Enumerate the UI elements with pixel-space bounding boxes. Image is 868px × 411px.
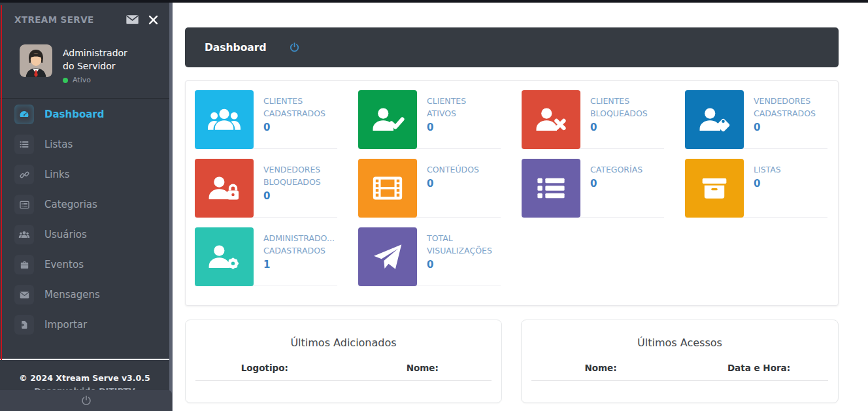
users-icon <box>14 225 34 244</box>
stat-label: ADMINISTRADO... CADASTRADOS <box>263 232 333 257</box>
sidebar-item-label: Importar <box>44 319 87 331</box>
stat-label: CLIENTES ATIVOS <box>427 95 497 120</box>
table-divider <box>531 380 828 381</box>
stat-label: VENDEDORES CADASTRADOS <box>754 95 824 120</box>
power-icon <box>80 395 92 406</box>
stats-panel: CLIENTES CADASTRADOS 0 CLIENTES ATIVOS 0 <box>185 80 839 306</box>
stat-value: 0 <box>427 122 497 133</box>
sidebar: XTREAM SERVE Admini <box>0 3 169 411</box>
user-check-icon <box>358 90 417 149</box>
sidebar-item-label: Eventos <box>44 259 84 271</box>
user-gear-icon <box>195 227 254 286</box>
stat-label: VENDEDORES BLOQUEADOS <box>263 163 333 188</box>
column-header-nome: Nome: <box>344 363 502 373</box>
sidebar-item-eventos[interactable]: Eventos <box>0 255 169 274</box>
brand-title: XTREAM SERVE <box>14 14 124 25</box>
list-icon <box>14 135 34 154</box>
last-added-panel: Últimos Adicionados Logotipo: Nome: <box>185 320 502 403</box>
sidebar-item-links[interactable]: Links <box>0 165 169 184</box>
stat-card-categorias[interactable]: CATEGORÍAS 0 <box>522 159 664 218</box>
file-import-icon <box>14 315 34 335</box>
list-icon <box>522 159 580 218</box>
column-header-logotipo: Logotipo: <box>186 363 344 373</box>
refresh-power-icon[interactable] <box>289 42 300 53</box>
sidebar-edge-strip <box>169 3 173 411</box>
stat-label: CLIENTES BLOQUEADOS <box>590 95 660 120</box>
stat-label: CLIENTES CADASTRADOS <box>263 95 333 120</box>
sidebar-item-label: Listas <box>44 139 73 150</box>
status-dot-icon <box>63 78 68 83</box>
status-label: Ativo <box>73 76 91 84</box>
sidebar-header: XTREAM SERVE <box>14 10 159 29</box>
sidebar-item-label: Categorias <box>44 199 97 210</box>
sidebar-separator <box>0 98 169 99</box>
stat-card-vendedores-bloqueados[interactable]: VENDEDORES BLOQUEADOS 0 <box>195 159 337 218</box>
stat-label: TOTAL VISUALIZAÇÕES <box>427 232 497 257</box>
user-info: Administrador do Servidor Ativo <box>63 44 141 84</box>
table-divider <box>195 380 492 381</box>
stat-value: 0 <box>263 122 333 133</box>
stat-card-vendedores-cadastrados[interactable]: VENDEDORES CADASTRADOS 0 <box>685 90 827 149</box>
paper-plane-icon <box>358 227 417 286</box>
briefcase-icon <box>14 255 34 274</box>
copyright-text: © 2024 Xtream Serve v3.0.5 <box>0 373 169 383</box>
user-lock-icon <box>195 159 254 218</box>
sidebar-item-importar[interactable]: Importar <box>0 315 169 335</box>
stat-value: 0 <box>263 190 333 202</box>
sidebar-footer-divider <box>0 359 169 360</box>
user-status: Ativo <box>63 76 141 84</box>
stat-label: CONTEÚDOS <box>427 163 497 176</box>
users-icon <box>195 90 254 149</box>
sidebar-menu: Dashboard Listas Links Categorias <box>0 105 169 345</box>
stat-card-listas[interactable]: LISTAS 0 <box>685 159 827 218</box>
stat-card-clientes-cadastrados[interactable]: CLIENTES CADASTRADOS 0 <box>195 90 337 149</box>
sidebar-item-label: Usuários <box>44 229 87 240</box>
stat-card-clientes-bloqueados[interactable]: CLIENTES BLOQUEADOS 0 <box>522 90 664 149</box>
stat-value: 0 <box>754 122 824 133</box>
sidebar-item-mensagens[interactable]: Mensagens <box>0 285 169 304</box>
panel-title: Últimos Acessos <box>522 320 838 349</box>
link-icon <box>14 165 34 184</box>
sidebar-item-usuarios[interactable]: Usuários <box>0 225 169 244</box>
panel-title: Últimos Adicionados <box>186 320 501 349</box>
stat-value: 0 <box>754 178 824 189</box>
stat-label: LISTAS <box>754 163 824 176</box>
user-x-icon <box>522 90 580 149</box>
film-icon <box>358 159 417 218</box>
last-access-panel: Últimos Acessos Nome: Data e Hora: <box>521 320 839 403</box>
stat-value: 0 <box>590 122 660 133</box>
sidebar-item-dashboard[interactable]: Dashboard <box>0 105 169 124</box>
stat-card-clientes-ativos[interactable]: CLIENTES ATIVOS 0 <box>358 90 501 149</box>
list-alt-icon <box>14 195 34 214</box>
stat-card-conteudos[interactable]: CONTEÚDOS 0 <box>358 159 501 218</box>
stat-value: 1 <box>263 259 333 271</box>
stat-value: 0 <box>590 178 660 189</box>
envelope-icon[interactable] <box>124 12 141 27</box>
logout-power-bar[interactable] <box>0 390 172 411</box>
stat-value: 0 <box>427 259 497 271</box>
page-header: Dashboard <box>185 27 839 67</box>
stat-card-administradores-cadastrados[interactable]: ADMINISTRADO... CADASTRADOS 1 <box>195 227 337 286</box>
avatar <box>20 44 52 77</box>
box-icon <box>685 159 744 218</box>
gauge-icon <box>14 105 34 124</box>
sidebar-item-label: Links <box>44 169 70 180</box>
xtream-serve-dashboard: XTREAM SERVE Admini <box>0 0 868 411</box>
user-name: Administrador do Servidor <box>63 46 141 73</box>
user-tag-icon <box>685 90 744 149</box>
close-icon[interactable] <box>147 14 159 26</box>
user-profile: Administrador do Servidor Ativo <box>20 44 141 84</box>
column-header-data-hora: Data e Hora: <box>680 363 838 373</box>
stat-card-total-visualizacoes[interactable]: TOTAL VISUALIZAÇÕES 0 <box>358 227 501 286</box>
stats-grid: CLIENTES CADASTRADOS 0 CLIENTES ATIVOS 0 <box>186 81 838 295</box>
column-header-nome: Nome: <box>522 363 680 373</box>
stat-label: CATEGORÍAS <box>590 163 660 176</box>
sidebar-item-label: Dashboard <box>44 108 104 120</box>
stat-value: 0 <box>427 178 497 189</box>
sidebar-item-label: Mensagens <box>44 289 100 301</box>
sidebar-scrollbar[interactable] <box>1 5 2 360</box>
envelope-icon <box>14 285 34 304</box>
sidebar-item-listas[interactable]: Listas <box>0 135 169 154</box>
page-title: Dashboard <box>205 42 267 54</box>
sidebar-item-categorias[interactable]: Categorias <box>0 195 169 214</box>
